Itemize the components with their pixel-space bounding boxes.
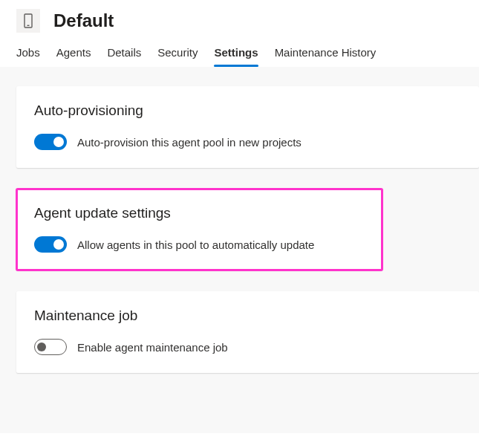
maintenance-job-section: Maintenance job Enable agent maintenance… <box>16 291 479 373</box>
auto-provision-label: Auto-provision this agent pool in new pr… <box>77 136 302 149</box>
section-title-auto-provisioning: Auto-provisioning <box>34 103 461 119</box>
toggle-knob <box>37 343 46 351</box>
tab-details[interactable]: Details <box>107 46 141 66</box>
maintenance-job-row: Enable agent maintenance job <box>34 339 461 355</box>
page-title: Default <box>53 10 114 31</box>
tab-security[interactable]: Security <box>157 46 198 66</box>
agent-update-label: Allow agents in this pool to automatical… <box>77 238 314 251</box>
tabs: Jobs Agents Details Security Settings Ma… <box>0 39 479 67</box>
auto-provision-row: Auto-provision this agent pool in new pr… <box>34 134 461 150</box>
auto-provision-toggle[interactable] <box>34 134 67 150</box>
agent-update-row: Allow agents in this pool to automatical… <box>34 236 365 253</box>
pool-icon <box>16 9 40 33</box>
page-header: Default <box>0 0 479 39</box>
agent-update-toggle[interactable] <box>34 236 67 253</box>
auto-provisioning-section: Auto-provisioning Auto-provision this ag… <box>16 86 479 168</box>
toggle-knob <box>53 239 64 250</box>
tab-settings[interactable]: Settings <box>214 46 258 66</box>
maintenance-job-toggle[interactable] <box>34 339 67 355</box>
agent-update-section: Agent update settings Allow agents in th… <box>16 189 382 270</box>
settings-content: Auto-provisioning Auto-provision this ag… <box>0 67 479 433</box>
toggle-knob <box>53 137 64 147</box>
tab-jobs[interactable]: Jobs <box>16 46 40 66</box>
section-title-maintenance-job: Maintenance job <box>34 308 461 324</box>
maintenance-job-label: Enable agent maintenance job <box>77 341 228 354</box>
section-title-agent-update: Agent update settings <box>34 205 365 221</box>
tab-maintenance-history[interactable]: Maintenance History <box>275 46 377 66</box>
tab-agents[interactable]: Agents <box>56 46 91 66</box>
